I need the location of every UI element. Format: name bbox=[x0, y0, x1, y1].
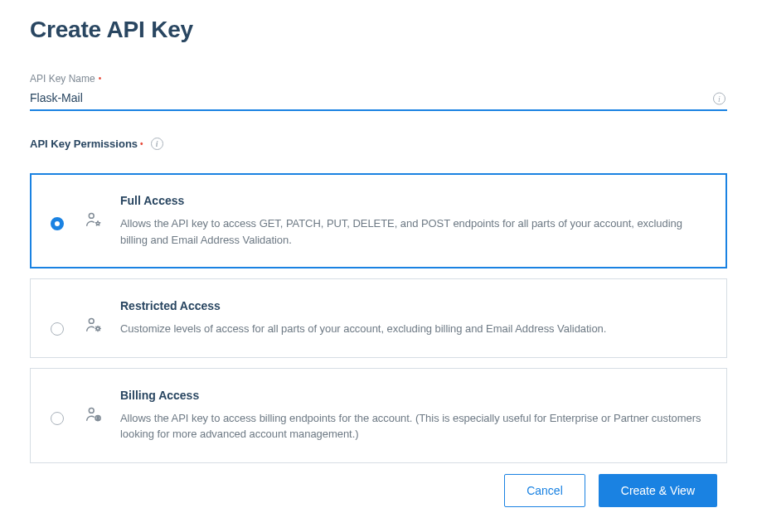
required-indicator-icon: • bbox=[140, 140, 143, 148]
api-key-name-input[interactable] bbox=[30, 88, 727, 109]
info-icon[interactable]: i bbox=[713, 93, 725, 105]
radio-input[interactable] bbox=[51, 412, 64, 425]
api-key-permissions-label: API Key Permissions • i bbox=[30, 138, 727, 150]
api-key-name-label: API Key Name • bbox=[30, 73, 727, 85]
api-key-permissions-label-text: API Key Permissions bbox=[30, 138, 138, 150]
info-icon[interactable]: i bbox=[151, 138, 163, 150]
footer-actions: Cancel Create & View bbox=[504, 474, 717, 507]
permission-option-full-access[interactable]: Full Access Allows the API key to access… bbox=[30, 173, 727, 268]
option-desc: Allows the API key to access billing end… bbox=[120, 410, 706, 443]
option-desc: Allows the API key to access GET, PATCH,… bbox=[120, 215, 706, 248]
radio-input[interactable] bbox=[51, 322, 64, 336]
cancel-button[interactable]: Cancel bbox=[504, 474, 585, 507]
permission-options: Full Access Allows the API key to access… bbox=[30, 173, 727, 463]
page-title: Create API Key bbox=[30, 17, 727, 43]
user-gear-icon bbox=[79, 316, 109, 334]
required-indicator-icon: • bbox=[99, 75, 102, 83]
svg-point-0 bbox=[89, 213, 94, 218]
permission-option-billing-access[interactable]: Billing Access Allows the API key to acc… bbox=[30, 368, 727, 463]
api-key-name-label-text: API Key Name bbox=[30, 73, 95, 85]
option-title: Full Access bbox=[120, 194, 706, 207]
api-key-name-field: API Key Name • i bbox=[30, 73, 727, 111]
option-title: Billing Access bbox=[120, 389, 706, 402]
create-view-button[interactable]: Create & View bbox=[599, 474, 717, 507]
option-title: Restricted Access bbox=[120, 299, 706, 312]
option-desc: Customize levels of access for all parts… bbox=[120, 321, 706, 337]
permission-option-restricted-access[interactable]: Restricted Access Customize levels of ac… bbox=[30, 278, 727, 358]
radio-input[interactable] bbox=[51, 217, 64, 230]
user-dollar-icon bbox=[79, 405, 109, 423]
svg-point-1 bbox=[89, 318, 94, 323]
user-star-icon bbox=[79, 210, 109, 229]
svg-point-3 bbox=[89, 408, 94, 413]
